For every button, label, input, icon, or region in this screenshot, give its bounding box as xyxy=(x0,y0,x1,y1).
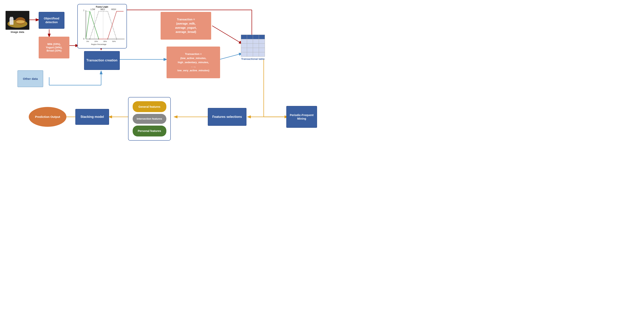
svg-text:5%: 5% xyxy=(86,40,89,42)
transaction2-box: Transaction = (low_active_minutes, high_… xyxy=(166,46,220,78)
fuzzy-chart-svg: 1 0 5% 20% 35% 50% Region Percentage LOW… xyxy=(79,8,126,47)
svg-text:0: 0 xyxy=(83,38,84,40)
other-data-box: Other data xyxy=(18,70,43,87)
transactional-table-label: Transactional table xyxy=(241,57,265,60)
svg-text:50%: 50% xyxy=(112,40,116,42)
svg-text:20%: 20% xyxy=(94,40,98,42)
transactional-table: Transactional table xyxy=(241,35,265,60)
general-features-pill: General features xyxy=(133,101,166,112)
fuzzy-chart-container: Fuzzy Logic 1 0 5% 20% 35% 50% Region Pe… xyxy=(77,4,127,48)
intersection-features-pill: Intersection features xyxy=(133,114,166,124)
image-data-section: Image data xyxy=(6,11,29,33)
transaction-creation-box: Transaction creation xyxy=(84,51,120,70)
svg-rect-25 xyxy=(10,18,14,25)
diagram-container: Image data Object/food detection Milk (3… xyxy=(0,0,322,164)
svg-text:HIGH: HIGH xyxy=(111,8,116,10)
milk-yogurt-bread-box: Milk (33%), Yogurt (34%), Bread (33%) xyxy=(39,37,70,58)
features-pills-box: General features Intersection features P… xyxy=(128,97,171,141)
periodic-frequent-mining-box: Periodic-Frequent Mining xyxy=(286,106,317,128)
svg-text:Region Percentage: Region Percentage xyxy=(91,43,106,45)
food-image-svg xyxy=(6,11,29,30)
image-data-label: Image data xyxy=(11,30,24,33)
svg-point-24 xyxy=(16,20,25,23)
object-food-detection-box: Object/food detection xyxy=(39,12,64,29)
prediction-output-oval: Prediction Output xyxy=(29,107,66,127)
svg-text:MED: MED xyxy=(100,8,105,10)
svg-rect-26 xyxy=(10,17,13,18)
transaction1-box: Transaction = (average_milk, average_yog… xyxy=(160,12,211,40)
personal-features-pill: Personal features xyxy=(133,126,166,136)
fuzzy-title-label: Fuzzy Logic xyxy=(79,5,125,8)
features-selections-box: Features selections xyxy=(208,108,246,126)
image-placeholder xyxy=(6,11,29,30)
stacking-model-box: Stacking model xyxy=(75,109,109,125)
svg-text:LOW: LOW xyxy=(90,8,95,10)
svg-line-8 xyxy=(212,26,242,43)
svg-text:35%: 35% xyxy=(103,40,107,42)
svg-text:1: 1 xyxy=(83,9,84,11)
